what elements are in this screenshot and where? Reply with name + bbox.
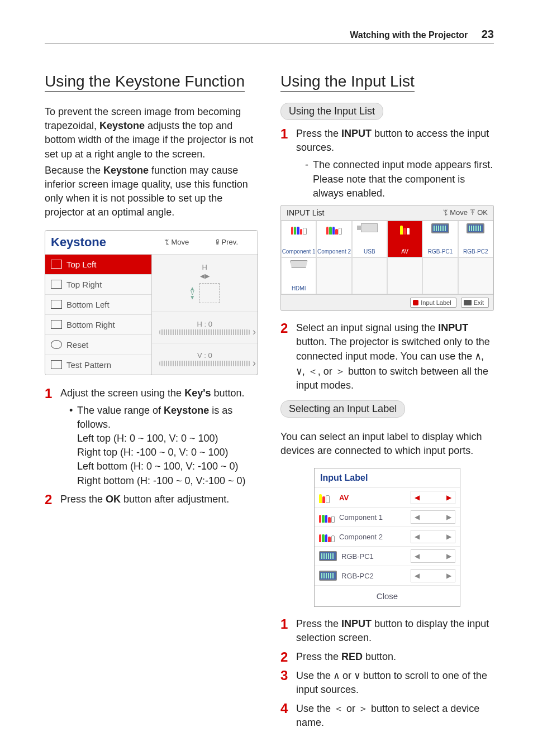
preview-v-value: V : 0 <box>197 351 212 360</box>
input-cell-component1[interactable]: Component 1 <box>281 221 316 257</box>
input-cell-usb[interactable]: USB <box>352 221 387 257</box>
keystone-para1: To prevent the screen image from becomin… <box>45 105 258 161</box>
two-column-layout: Using the Keystone Function To prevent t… <box>45 71 494 735</box>
keystone-item-top-right[interactable]: Top Right <box>45 274 151 294</box>
keystone-item-top-left[interactable]: Top Left <box>45 254 151 274</box>
s2-step-3: Use the ∧ or ∨ button to scroll to one o… <box>280 668 494 697</box>
s2-step-2: Press the RED button. <box>280 650 494 664</box>
vga-icon <box>319 571 337 581</box>
label-row-component1[interactable]: Component 1 ◀▶ <box>315 507 460 527</box>
range-line-0: Left top (H: 0 ~ 100, V: 0 ~ 100) <box>77 432 258 446</box>
inputlist-heading: Using the Input List <box>280 71 415 92</box>
vga-icon <box>467 223 484 233</box>
input-cell-hdmi[interactable]: HDMI <box>281 257 316 294</box>
keystone-preview: H ◀ ▶ ▲V▼ H : 0 <box>152 254 258 375</box>
page-header: Watching with the Projector 23 <box>45 28 494 44</box>
hdmi-icon <box>290 260 308 268</box>
lr-arrows-icon: ◀ ▶ <box>200 272 209 279</box>
sub-heading-input-list: Using the Input List <box>280 103 383 120</box>
keystone-move-hint: ꔂ Move <box>151 238 202 247</box>
s1-dash-note: The connected input mode appears first. … <box>305 158 494 200</box>
keystone-para2: Because the Keystone function may cause … <box>45 164 258 220</box>
page-container: Watching with the Projector 23 Using the… <box>0 0 533 756</box>
selector-component2[interactable]: ◀▶ <box>411 530 455 543</box>
s2-step-1: Press the INPUT button to display the in… <box>280 617 494 645</box>
selector-rgbpc2[interactable]: ◀▶ <box>411 569 455 582</box>
label-row-av[interactable]: AV ◀▶ <box>315 487 460 507</box>
exit-icon <box>464 300 472 305</box>
input-cell-av[interactable]: AV <box>387 221 422 257</box>
s1-step-1: Press the INPUT button to access the inp… <box>280 127 494 200</box>
range-line-1: Right top (H: -100 ~ 0, V: 0 ~ 100) <box>77 446 258 460</box>
label-row-rgbpc2[interactable]: RGB-PC2 ◀▶ <box>315 566 460 585</box>
keystone-heading: Using the Keystone Function <box>45 71 245 92</box>
page-number: 23 <box>482 28 494 40</box>
right-column: Using the Input List Using the Input Lis… <box>280 71 494 735</box>
label-row-rgbpc1[interactable]: RGB-PC1 ◀▶ <box>315 546 460 566</box>
keystone-prev-hint: ꕉ Prev. <box>202 238 252 247</box>
h-slider[interactable] <box>159 329 250 335</box>
left-column: Using the Keystone Function To prevent t… <box>45 71 258 735</box>
range-line-2: Left bottom (H: 0 ~ 100, V: -100 ~ 0) <box>77 460 258 473</box>
selector-component1[interactable]: ◀▶ <box>411 510 455 524</box>
input-label-title: Input Label <box>315 468 460 487</box>
input-cell-rgbpc1[interactable]: RGB-PC1 <box>422 221 458 257</box>
left-bullet-1: The value range of Keystone is as follow… <box>69 404 258 488</box>
preview-h-value: H : 0 <box>197 320 212 328</box>
input-list-panel: INPUT List ꔂ Move ꔉ OK Component 1 Compo… <box>280 205 494 311</box>
sub2-para: You can select an input label to display… <box>280 430 494 458</box>
preview-h-label: H <box>202 263 207 271</box>
exit-button[interactable]: Exit <box>461 298 489 308</box>
keystone-item-bottom-right[interactable]: Bottom Right <box>45 314 151 334</box>
keystone-menu: Top Left Top Right Bottom Left Bottom Ri… <box>45 254 152 375</box>
keystone-item-reset[interactable]: Reset <box>45 334 151 355</box>
left-step-2: Press the OK button after adjustment. <box>45 492 258 506</box>
keystone-item-bottom-left[interactable]: Bottom Left <box>45 294 151 314</box>
sub-heading-input-label: Selecting an Input Label <box>280 400 405 418</box>
input-label-panel: Input Label AV ◀▶ Component 1 ◀▶ Compone… <box>314 468 460 607</box>
usb-icon <box>361 223 378 232</box>
vga-icon <box>319 551 337 561</box>
preview-square-icon <box>199 283 220 303</box>
input-label-button[interactable]: Input Label <box>410 298 456 308</box>
left-step-1: Adjust the screen using the Key's button… <box>45 386 258 488</box>
label-row-component2[interactable]: Component 2 ◀▶ <box>315 527 460 546</box>
keystone-panel-title: Keystone <box>51 235 151 250</box>
input-cell-component2[interactable]: Component 2 <box>316 221 351 257</box>
keystone-panel: Keystone ꔂ Move ꕉ Prev. Top Left Top Rig… <box>45 230 258 375</box>
s1-step-2: Select an input signal using the INPUT b… <box>280 321 494 393</box>
s2-step-4: Use the ＜ or ＞ button to select a device… <box>280 701 494 730</box>
header-section-title: Watching with the Projector <box>350 30 468 40</box>
vga-icon <box>431 223 449 233</box>
red-dot-icon <box>413 300 418 305</box>
v-slider[interactable] <box>159 361 250 366</box>
close-button[interactable]: Close <box>315 585 460 606</box>
input-list-hint: ꔂ Move ꔉ OK <box>443 208 488 217</box>
keystone-item-test-pattern[interactable]: Test Pattern <box>45 355 151 375</box>
selector-rgbpc1[interactable]: ◀▶ <box>411 549 455 563</box>
keystone-panel-header: Keystone ꔂ Move ꕉ Prev. <box>45 231 258 254</box>
range-line-3: Right bottom (H: -100 ~ 0, V:-100 ~ 0) <box>77 474 258 488</box>
input-list-title: INPUT List <box>287 208 324 217</box>
input-cell-rgbpc2[interactable]: RGB-PC2 <box>458 221 493 257</box>
selector-av[interactable]: ◀▶ <box>411 491 455 504</box>
ud-arrows-icon: ▲V▼ <box>189 286 195 300</box>
